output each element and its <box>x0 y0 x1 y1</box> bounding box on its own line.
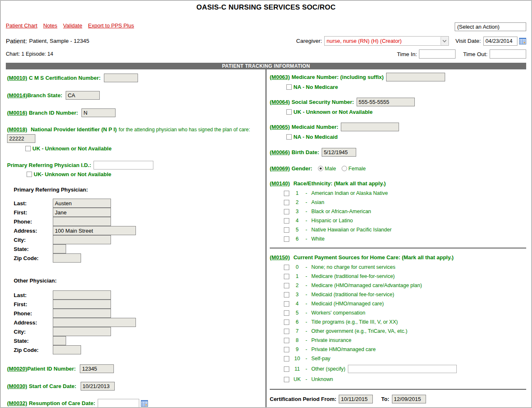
m0140-link[interactable]: (M0140) <box>270 180 290 187</box>
m0014-link[interactable]: (M0014) <box>7 92 27 98</box>
m0066-input[interactable] <box>322 148 356 157</box>
time-in-input[interactable] <box>419 49 456 59</box>
referring-id-uk-checkbox[interactable] <box>27 172 32 177</box>
m0063-input[interactable] <box>386 73 445 81</box>
validate-link[interactable]: Validate <box>63 22 82 29</box>
op-last-input[interactable] <box>53 290 111 300</box>
caregiver-select[interactable]: nurse, nurse (RN) (H) (Creator) <box>324 36 449 46</box>
pay-uk-checkbox[interactable] <box>284 377 289 382</box>
patient-chart-link[interactable]: Patient Chart <box>6 22 37 29</box>
m0065-link[interactable]: (M0065) <box>270 124 290 130</box>
option-dash: - <box>303 347 310 352</box>
pay-8-checkbox[interactable] <box>284 338 289 343</box>
m0018-input[interactable] <box>7 134 35 143</box>
pay-5-checkbox[interactable] <box>284 310 289 316</box>
m0030-input[interactable] <box>81 382 115 391</box>
m0010-link[interactable]: (M0010) <box>7 75 27 81</box>
option-dash: - <box>303 376 310 382</box>
m0063-link[interactable]: (M0063) <box>270 74 290 80</box>
op-phone-input[interactable] <box>53 309 111 318</box>
option-dash: - <box>303 319 310 325</box>
m0032-calendar-icon[interactable] <box>141 400 148 407</box>
pay-2-checkbox[interactable] <box>284 283 289 288</box>
m0069-link[interactable]: (M0069) <box>270 165 290 172</box>
notes-link[interactable]: Notes <box>43 22 57 29</box>
m0032-input[interactable] <box>98 399 139 408</box>
race-4-checkbox[interactable] <box>284 218 289 224</box>
race-1-checkbox[interactable] <box>284 191 289 196</box>
pp-address-label: Address: <box>14 228 53 234</box>
pp-last-row: Last: <box>14 199 262 208</box>
race-2-checkbox[interactable] <box>284 200 289 205</box>
m0066-link[interactable]: (M0066) <box>270 149 290 155</box>
pay-9-checkbox[interactable] <box>284 347 289 352</box>
pay-4-checkbox[interactable] <box>284 301 289 307</box>
certification-to-input[interactable] <box>392 395 426 403</box>
m0064-block: (M0064) Social Security Number: UK - Unk… <box>270 98 526 115</box>
m0020-input[interactable] <box>80 364 114 373</box>
pay-1-checkbox[interactable] <box>284 274 289 279</box>
pp-zip-input[interactable] <box>53 253 81 263</box>
m0030-link[interactable]: (M0030) <box>7 383 27 389</box>
option-label: Private HMO/managed care <box>311 347 376 352</box>
action-select-dropdown[interactable]: (Select an Action) <box>455 22 526 31</box>
pay-11-checkbox[interactable] <box>284 366 289 372</box>
payment-option-row: 6 - Title programs (e.g., Title III, V, … <box>270 319 526 325</box>
op-address-input[interactable] <box>53 318 136 327</box>
pay-0-checkbox[interactable] <box>284 265 289 270</box>
section-divider <box>270 248 526 248</box>
gender-female-radio[interactable] <box>342 166 347 171</box>
pay-other-specify-input[interactable] <box>348 365 457 373</box>
m0065-na-label: NA - No Medicaid <box>293 134 337 140</box>
patient-value: Patient, Sample - 12345 <box>29 38 89 44</box>
calendar-icon[interactable] <box>519 38 526 44</box>
visit-date-input[interactable] <box>483 37 517 46</box>
option-number: 7 <box>292 328 303 334</box>
m0065-na-checkbox[interactable] <box>286 134 292 140</box>
race-option-row: 3 - Black or African-American <box>270 209 526 214</box>
pp-state-input[interactable] <box>53 244 66 253</box>
caregiver-dropdown-button[interactable] <box>441 37 448 45</box>
time-out-input[interactable] <box>490 49 526 59</box>
race-5-checkbox[interactable] <box>284 227 289 233</box>
option-label: Other (specify) <box>311 366 345 372</box>
m0020-link[interactable]: (M0020) <box>7 366 27 372</box>
referring-id-input[interactable] <box>94 161 153 170</box>
certification-label: Certification Period From: <box>270 396 336 402</box>
payment-option-row: 10 - Self-pay <box>270 356 526 361</box>
m0065-input[interactable] <box>341 123 399 131</box>
op-first-input[interactable] <box>53 300 111 309</box>
option-number: UK <box>292 376 303 382</box>
pp-phone-input[interactable] <box>53 217 111 226</box>
m0010-input[interactable] <box>104 74 138 82</box>
op-state-input[interactable] <box>53 336 66 345</box>
m0016-input[interactable] <box>81 108 116 117</box>
m0018-link[interactable]: (M0018) <box>7 126 27 133</box>
pay-7-checkbox[interactable] <box>284 329 289 334</box>
m0016-link[interactable]: (M0016) <box>7 110 27 116</box>
gender-male-radio[interactable] <box>318 166 323 171</box>
certification-from-input[interactable] <box>339 395 373 403</box>
export-pps-link[interactable]: Export to PPS Plus <box>88 22 134 29</box>
pp-first-input[interactable] <box>53 208 111 217</box>
pay-6-checkbox[interactable] <box>284 320 289 325</box>
m0064-input[interactable] <box>357 98 415 106</box>
pay-10-checkbox[interactable] <box>284 356 289 361</box>
op-city-input[interactable] <box>53 327 111 336</box>
m0064-uk-checkbox[interactable] <box>286 109 292 115</box>
m0014-input[interactable] <box>66 91 100 100</box>
pp-city-input[interactable] <box>53 235 111 244</box>
race-3-checkbox[interactable] <box>284 209 289 214</box>
m0032-link[interactable]: (M0032) <box>7 400 27 406</box>
race-6-checkbox[interactable] <box>284 236 289 242</box>
m0020-row: (M0020) Patient ID Number: <box>7 364 262 373</box>
op-zip-input[interactable] <box>53 345 81 354</box>
m0063-na-checkbox[interactable] <box>286 84 292 90</box>
m0064-link[interactable]: (M0064) <box>270 99 290 105</box>
pp-last-input[interactable] <box>53 199 111 208</box>
m0018-uk-checkbox[interactable] <box>25 146 31 151</box>
m0150-link[interactable]: (M0150) <box>270 254 290 261</box>
payment-option-row: 4 - Medicaid (HMO/managed care) <box>270 301 526 307</box>
pay-3-checkbox[interactable] <box>284 292 289 297</box>
pp-address-input[interactable] <box>53 226 136 235</box>
